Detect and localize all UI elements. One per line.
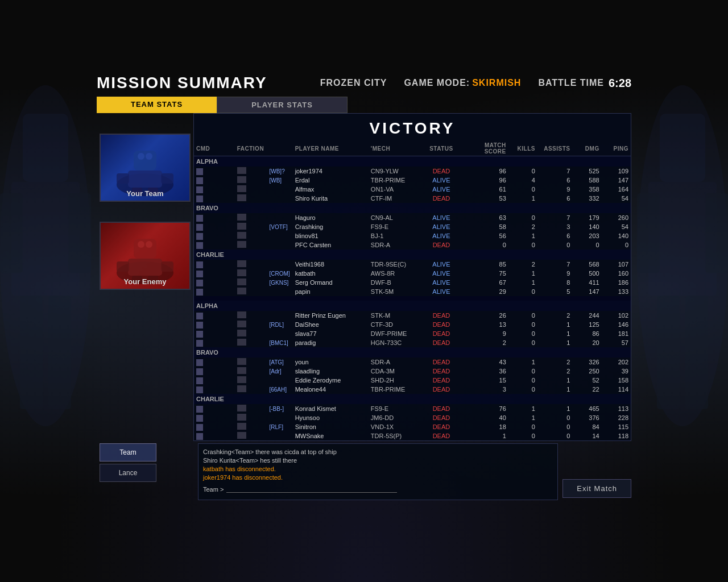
player-dmg: 179 (572, 213, 601, 222)
player-assists: 6 (537, 176, 572, 185)
player-score: 63 (462, 213, 508, 222)
player-dmg: 20 (572, 338, 601, 347)
svg-rect-10 (637, 193, 660, 273)
player-cmd (194, 213, 235, 222)
player-faction-tag (267, 194, 292, 203)
player-faction-tag: [VOTF] (267, 222, 292, 231)
player-ping: 0 (602, 240, 631, 250)
player-status: DEAD (421, 367, 462, 376)
player-ping: 54 (602, 222, 631, 231)
player-ping: 146 (602, 320, 631, 329)
player-mech: TBR-PRIME (369, 176, 421, 185)
player-assists: 1 (537, 404, 572, 413)
player-cmd (194, 311, 235, 320)
player-mech: STK-5M (369, 287, 421, 296)
player-faction-icon (235, 320, 267, 329)
svg-rect-26 (117, 261, 129, 272)
player-dmg: 326 (572, 357, 601, 367)
player-name: youn (293, 357, 369, 367)
player-ping: 140 (602, 231, 631, 240)
player-faction-tag (267, 376, 292, 385)
player-ping: 260 (602, 213, 631, 222)
chat-input[interactable] (226, 485, 397, 493)
exit-match-button[interactable]: Exit Match (562, 479, 631, 498)
player-faction-tag (267, 185, 292, 194)
victory-banner: VICTORY (194, 114, 631, 141)
tab-player-stats[interactable]: PLAYER STATS (217, 97, 348, 113)
player-faction-tag: [66AH] (267, 385, 292, 394)
player-mech: DWF-B (369, 278, 421, 287)
player-name: Alfmax (293, 185, 369, 194)
svg-rect-13 (685, 296, 708, 409)
player-assists: 7 (537, 260, 572, 269)
group-header: ALPHA (194, 301, 631, 311)
player-faction-icon (235, 231, 267, 240)
svg-rect-11 (705, 193, 728, 273)
player-kills: 0 (508, 311, 537, 320)
player-mech: SDR-A (369, 357, 421, 367)
player-assists: 6 (537, 194, 572, 203)
lance-button[interactable]: Lance (100, 464, 156, 482)
player-kills: 0 (508, 213, 537, 222)
player-mech: HGN-733C (369, 338, 421, 347)
player-score: 26 (462, 311, 508, 320)
player-assists: 8 (537, 278, 572, 287)
player-cmd (194, 320, 235, 329)
player-cmd (194, 278, 235, 287)
mission-summary-title: MISSION SUMMARY (97, 74, 267, 92)
player-faction-tag: [WB] (267, 176, 292, 185)
player-kills: 1 (508, 413, 537, 422)
player-faction-icon (235, 329, 267, 338)
battle-time-value: 6:28 (609, 77, 631, 90)
col-faction: FACTION (235, 141, 267, 156)
svg-point-21 (138, 153, 144, 160)
player-faction-tag (267, 240, 292, 250)
player-name: Ritter Prinz Eugen (293, 311, 369, 320)
player-name: Crashking (293, 222, 369, 231)
player-name: papin (293, 287, 369, 296)
player-cmd (194, 231, 235, 240)
player-cmd (194, 357, 235, 367)
player-score: 2 (462, 338, 508, 347)
table-header: CMD FACTION PLAYER NAME 'MECH STATUS MAT… (194, 141, 631, 156)
svg-rect-5 (20, 296, 43, 409)
player-faction-icon (235, 404, 267, 413)
player-faction-tag (267, 311, 292, 320)
player-dmg: 500 (572, 269, 601, 278)
col-cmd: CMD (194, 141, 235, 156)
team-button[interactable]: Team (100, 443, 156, 462)
player-faction-tag (267, 213, 292, 222)
battle-time-label: BATTLE TIME (538, 78, 604, 88)
player-cmd (194, 176, 235, 185)
chat-message: Shiro Kurita<Team> hes still there (203, 457, 553, 464)
player-faction-icon (235, 422, 267, 431)
player-faction-icon (235, 278, 267, 287)
team-divider (194, 296, 631, 301)
player-kills: 1 (508, 194, 537, 203)
table-row: Haguro CN9-AL ALIVE 63 0 7 179 260 (194, 213, 631, 222)
player-name: Sinitron (293, 422, 369, 431)
player-ping: 186 (602, 278, 631, 287)
player-faction-tag: [ATG] (267, 357, 292, 367)
player-dmg: 52 (572, 376, 601, 385)
player-assists: 1 (537, 338, 572, 347)
player-kills: 1 (508, 357, 537, 367)
player-cmd (194, 222, 235, 231)
player-assists: 5 (537, 287, 572, 296)
svg-rect-16 (128, 171, 162, 188)
table-row: [-BB-] Konrad Kismet FS9-E DEAD 76 1 1 4… (194, 404, 631, 413)
player-dmg: 0 (572, 240, 601, 250)
svg-point-30 (138, 241, 144, 248)
stats-table: CMD FACTION PLAYER NAME 'MECH STATUS MAT… (194, 141, 631, 440)
svg-point-31 (146, 241, 152, 248)
player-score: 29 (462, 287, 508, 296)
player-faction-icon (235, 240, 267, 250)
player-faction-tag: [GKNS] (267, 278, 292, 287)
player-kills: 0 (508, 320, 537, 329)
player-faction-tag (267, 431, 292, 440)
player-score: 13 (462, 320, 508, 329)
player-status: ALIVE (421, 269, 462, 278)
tab-team-stats[interactable]: TEAM STATS (97, 97, 217, 113)
player-cmd (194, 367, 235, 376)
player-dmg: 22 (572, 385, 601, 394)
